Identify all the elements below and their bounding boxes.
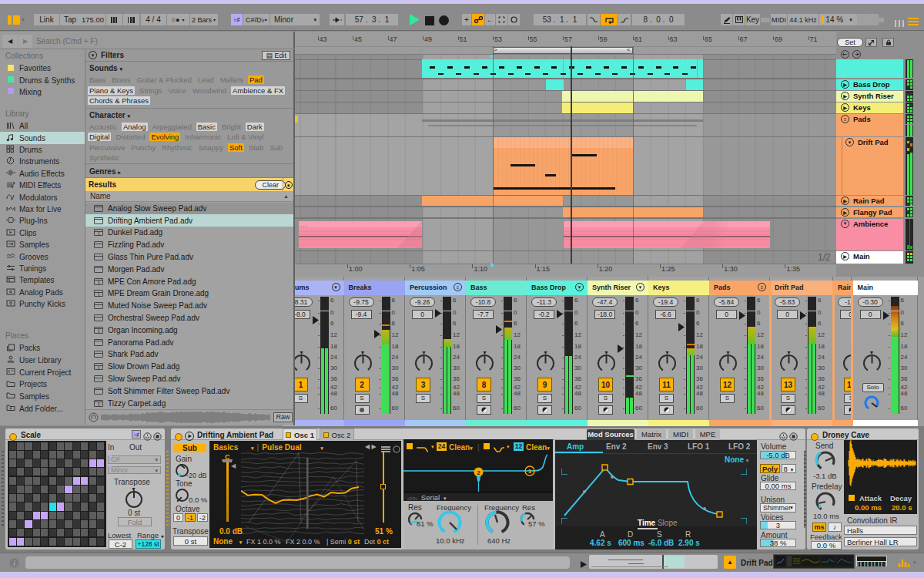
svg-text:1: 1 [528,468,532,475]
svg-text:2: 2 [477,469,480,476]
